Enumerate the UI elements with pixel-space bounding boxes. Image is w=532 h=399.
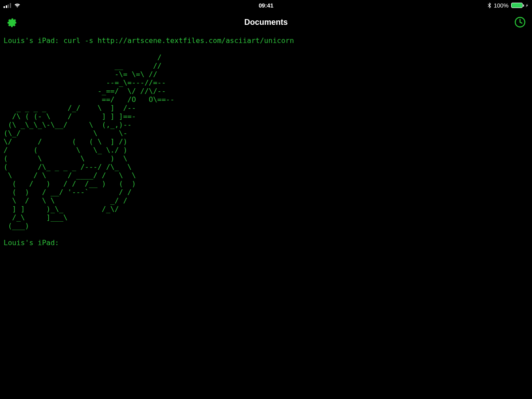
status-time: 09:41 (4, 2, 528, 9)
status-left (4, 0, 21, 11)
bluetooth-icon (488, 3, 491, 8)
wifi-icon (14, 3, 21, 8)
settings-button[interactable] (0, 11, 24, 34)
battery-percentage: 100% (494, 2, 509, 9)
command-line: Louis's iPad: curl -s http://artscene.te… (4, 36, 528, 45)
status-right: 100% ⚡︎ (488, 0, 528, 11)
prompt-label: Louis's iPad: (4, 239, 59, 247)
page-title: Documents (244, 18, 288, 27)
nav-bar: Documents (0, 11, 532, 34)
gear-icon (6, 16, 18, 28)
command-text: curl -s http://artscene.textfiles.com/as… (63, 36, 294, 45)
charging-icon: ⚡︎ (525, 3, 528, 8)
battery-icon (511, 3, 523, 8)
clock-icon (514, 16, 526, 28)
history-button[interactable] (508, 11, 532, 34)
terminal-area[interactable]: Louis's iPad: curl -s http://artscene.te… (0, 34, 532, 250)
status-bar: 09:41 100% ⚡︎ (0, 0, 532, 11)
prompt-line[interactable]: Louis's iPad: (4, 239, 528, 247)
prompt-label: Louis's iPad: (4, 36, 59, 45)
terminal-output: / __ // -\= \=\ // --=_\=---//=-- -_==/ … (4, 53, 174, 230)
cellular-signal-icon (4, 3, 11, 8)
